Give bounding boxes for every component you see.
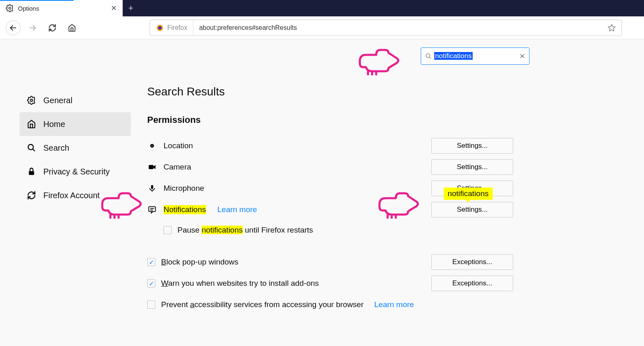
search-input-selected-text: notifications <box>434 52 473 60</box>
section-permissions-heading: Permissions <box>147 115 628 125</box>
prevent-a11y-row: Prevent accessibility services from acce… <box>147 294 628 315</box>
svg-marker-5 <box>608 24 615 31</box>
search-icon <box>425 53 432 59</box>
prevent-a11y-label: Prevent accessibility services from acce… <box>161 300 364 309</box>
lock-icon <box>27 167 36 176</box>
permission-label: Camera <box>164 163 191 172</box>
firefox-icon <box>156 24 164 32</box>
camera-icon <box>147 163 157 171</box>
svg-point-6 <box>30 99 33 102</box>
chat-icon <box>147 205 157 214</box>
permission-camera-row: Camera Settings... <box>147 156 628 178</box>
svg-rect-9 <box>29 171 34 175</box>
svg-point-10 <box>426 54 430 57</box>
sidebar-item-home[interactable]: Home <box>20 112 131 136</box>
permission-location-row: Location Settings... <box>147 135 628 156</box>
sidebar-item-label: Firefox Account <box>43 191 100 200</box>
svg-marker-15 <box>153 165 155 169</box>
gear-icon <box>6 4 14 12</box>
pause-notifications-checkbox[interactable] <box>164 226 172 234</box>
svg-rect-16 <box>151 185 153 189</box>
pause-notifications-row: Pause notifications until Firefox restar… <box>164 220 628 240</box>
tab-loading-bar <box>0 0 74 1</box>
bookmark-star-icon[interactable] <box>602 24 622 32</box>
block-popups-label: Block pop-up windows <box>161 258 238 267</box>
prevent-a11y-checkbox[interactable] <box>147 301 155 309</box>
reload-button[interactable] <box>45 20 60 35</box>
sidebar-item-general[interactable]: General <box>20 88 131 112</box>
sidebar-item-account[interactable]: Firefox Account <box>20 183 131 207</box>
popup-exceptions-button[interactable]: Exceptions... <box>431 254 513 270</box>
warn-addons-checkbox[interactable] <box>147 279 155 287</box>
svg-point-4 <box>158 26 162 29</box>
nav-toolbar: Firefox about:preferences#searchResults <box>0 16 644 39</box>
permission-notifications-row: Notifications Learn more Settings... not… <box>147 199 628 220</box>
notifications-learn-more-link[interactable]: Learn more <box>218 205 257 214</box>
addons-exceptions-button[interactable]: Exceptions... <box>431 276 513 291</box>
sidebar-item-label: Search <box>43 143 69 153</box>
pause-notifications-label: Pause notifications until Firefox restar… <box>177 226 313 235</box>
content: General Home Search Privacy & Security F… <box>0 39 644 346</box>
permission-label: Notifications <box>164 205 206 214</box>
clear-search-icon[interactable]: ✕ <box>519 52 525 61</box>
preferences-search-box[interactable]: notifications ✕ <box>421 47 530 65</box>
preferences-main: notifications ✕ Search Results Permissio… <box>131 39 644 346</box>
a11y-learn-more-link[interactable]: Learn more <box>374 300 414 309</box>
tab-title: Options <box>18 5 39 12</box>
gear-icon <box>27 96 36 105</box>
sidebar-item-privacy[interactable]: Privacy & Security <box>20 160 131 183</box>
sidebar-item-label: Home <box>43 120 65 129</box>
svg-point-13 <box>151 145 153 146</box>
location-icon <box>147 142 157 150</box>
permission-label: Location <box>164 141 193 150</box>
sync-icon <box>27 191 36 200</box>
identity-label: Firefox <box>167 24 187 32</box>
microphone-icon <box>147 184 157 192</box>
camera-settings-button[interactable]: Settings... <box>431 159 513 175</box>
url-bar[interactable]: Firefox about:preferences#searchResults <box>150 20 622 36</box>
svg-point-0 <box>9 7 11 9</box>
permission-label: Microphone <box>164 184 204 193</box>
home-button[interactable] <box>65 20 79 35</box>
tab-options[interactable]: Options ✕ <box>0 0 123 16</box>
page-title: Search Results <box>147 85 628 98</box>
svg-rect-14 <box>149 165 154 169</box>
search-hit-tooltip: notifications <box>444 188 493 200</box>
warn-addons-label: Warn you when websites try to install ad… <box>161 279 319 288</box>
back-button[interactable] <box>6 20 20 35</box>
forward-button[interactable] <box>25 20 40 35</box>
sidebar-item-label: Privacy & Security <box>43 167 110 176</box>
new-tab-button[interactable]: + <box>123 0 139 16</box>
notifications-settings-button[interactable]: Settings... <box>431 202 513 217</box>
tab-strip: Options ✕ + <box>0 0 644 16</box>
sidebar-item-search[interactable]: Search <box>20 136 131 160</box>
sidebar-item-label: General <box>43 96 72 105</box>
permission-microphone-row: Microphone Settings... <box>147 178 628 199</box>
identity-box[interactable]: Firefox <box>150 20 193 36</box>
block-popups-row: Block pop-up windows Exceptions... <box>147 251 628 273</box>
location-settings-button[interactable]: Settings... <box>431 138 513 154</box>
home-icon <box>27 120 36 129</box>
close-tab-icon[interactable]: ✕ <box>111 4 117 13</box>
svg-rect-18 <box>149 207 156 212</box>
search-icon <box>27 143 36 152</box>
svg-line-11 <box>429 57 431 59</box>
warn-addons-row: Warn you when websites try to install ad… <box>147 273 628 294</box>
preferences-sidebar: General Home Search Privacy & Security F… <box>0 39 131 346</box>
block-popups-checkbox[interactable] <box>147 258 155 266</box>
svg-point-7 <box>28 145 34 150</box>
url-text: about:preferences#searchResults <box>193 24 303 32</box>
svg-line-8 <box>33 149 35 152</box>
